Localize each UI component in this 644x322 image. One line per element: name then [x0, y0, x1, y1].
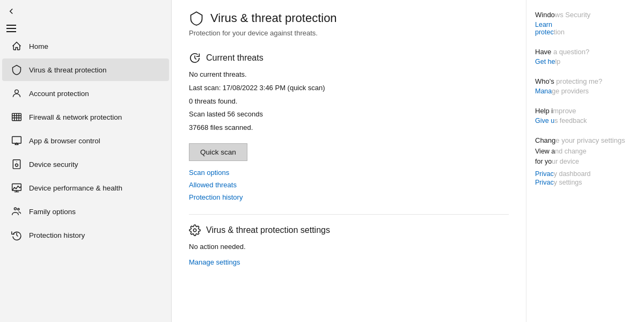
section-header-threats: Current threats	[189, 52, 509, 64]
scan-duration-text: Scan lasted 56 seconds	[189, 109, 509, 120]
sidebar-item-label: App & browser control	[29, 137, 100, 145]
protection-history-link[interactable]: Protection history	[189, 193, 509, 201]
page-header: Virus & threat protection	[189, 11, 509, 26]
device-health-icon	[11, 182, 23, 194]
right-change-text: View and changefor your device	[535, 147, 635, 167]
right-title-have: Have a question?	[535, 48, 635, 56]
threats-found-text: 0 threats found.	[189, 96, 509, 107]
page-title: Virus & threat protection	[210, 11, 337, 25]
right-section-help-improve: Help improve Give us feedback	[535, 107, 635, 125]
svg-rect-9	[13, 160, 20, 169]
section-title-threats: Current threats	[206, 53, 264, 63]
sidebar-item-label: Virus & threat protection	[29, 66, 107, 74]
sidebar-item-protection-history[interactable]: Protection history	[2, 224, 169, 246]
right-section-whos-protecting: Who's protecting me? Manage providers	[535, 77, 635, 95]
section-header-settings: Virus & threat protection settings	[189, 224, 509, 236]
allowed-threats-link[interactable]: Allowed threats	[189, 181, 509, 189]
page-shield-icon	[189, 11, 204, 26]
sidebar-item-label: Family options	[29, 208, 76, 216]
sidebar-item-virus[interactable]: Virus & threat protection	[2, 58, 169, 81]
sidebar-item-label: Device security	[29, 160, 78, 169]
right-section-have-question: Have a question? Get help	[535, 48, 635, 65]
files-scanned-text: 37668 files scanned.	[189, 122, 509, 134]
main-content: Virus & threat protection Protection for…	[172, 0, 526, 322]
right-title-whos: Who's protecting me?	[535, 77, 635, 85]
settings-icon	[189, 224, 201, 236]
no-threats-text: No current threats.	[189, 69, 509, 80]
right-link-learn[interactable]: Learnprotection	[535, 21, 635, 36]
right-link-get-help[interactable]: Get help	[535, 58, 635, 65]
svg-point-17	[193, 229, 196, 232]
right-link-privac2[interactable]: Privacy settings	[535, 179, 635, 186]
account-icon	[11, 87, 23, 99]
svg-point-16	[18, 208, 19, 210]
browser-icon	[11, 135, 23, 147]
right-link-manage[interactable]: Manage providers	[535, 87, 635, 95]
sidebar-item-family[interactable]: Family options	[2, 200, 169, 223]
svg-rect-7	[12, 137, 21, 144]
sidebar-item-firewall[interactable]: Firewall & network protection	[2, 106, 169, 128]
hamburger-icon	[6, 25, 16, 32]
sidebar-item-label: Firewall & network protection	[29, 113, 122, 121]
manage-settings-link[interactable]: Manage settings	[189, 258, 509, 266]
sidebar-item-label: Device performance & health	[29, 184, 122, 192]
sidebar-item-browser[interactable]: App & browser control	[2, 129, 169, 152]
sidebar-item-label: Home	[29, 42, 48, 50]
sidebar-item-device-health[interactable]: Device performance & health	[2, 177, 169, 199]
menu-button[interactable]	[0, 20, 171, 34]
sidebar-item-account[interactable]: Account protection	[2, 82, 169, 105]
right-title-change: Change your privacy settings	[535, 136, 635, 144]
threats-icon	[189, 52, 201, 64]
quick-scan-button[interactable]: Quick scan	[189, 143, 247, 161]
sidebar-item-device-security[interactable]: Device security	[2, 153, 169, 175]
right-panel: Windows Security Learnprotection Have a …	[526, 0, 644, 322]
shield-icon	[11, 64, 23, 76]
right-link-privac1[interactable]: Privacy dashboard	[535, 170, 635, 178]
sidebar-item-label: Protection history	[29, 231, 85, 239]
family-icon	[11, 206, 23, 217]
firewall-icon	[11, 111, 23, 123]
right-section-windows: Windows Security Learnprotection	[535, 11, 635, 36]
svg-point-15	[14, 208, 16, 210]
current-threats-section: Current threats No current threats. Last…	[189, 52, 509, 201]
section-divider	[189, 214, 509, 215]
right-section-change: Change your privacy settings View and ch…	[535, 136, 635, 186]
last-scan-text: Last scan: 17/08/2022 3:46 PM (quick sca…	[189, 83, 509, 94]
right-link-give[interactable]: Give us feedback	[535, 117, 635, 125]
home-icon	[11, 40, 23, 52]
device-security-icon	[11, 158, 23, 170]
settings-status-text: No action needed.	[189, 241, 509, 253]
right-title-windows: Windows Security	[535, 11, 635, 19]
history-icon	[11, 229, 23, 241]
section-title-settings: Virus & threat protection settings	[206, 225, 330, 235]
sidebar-item-label: Account protection	[29, 90, 89, 98]
sidebar: Home Virus & threat protection Account p…	[0, 0, 172, 322]
right-title-help: Help improve	[535, 107, 635, 115]
settings-section: Virus & threat protection settings No ac…	[189, 224, 509, 266]
page-subtitle: Protection for your device against threa…	[189, 29, 509, 37]
svg-point-0	[15, 90, 19, 93]
scan-options-link[interactable]: Scan options	[189, 169, 509, 177]
back-button[interactable]	[0, 2, 171, 20]
svg-point-10	[16, 164, 18, 166]
svg-rect-12	[12, 184, 21, 191]
back-icon	[6, 6, 16, 16]
sidebar-item-home[interactable]: Home	[2, 35, 169, 57]
